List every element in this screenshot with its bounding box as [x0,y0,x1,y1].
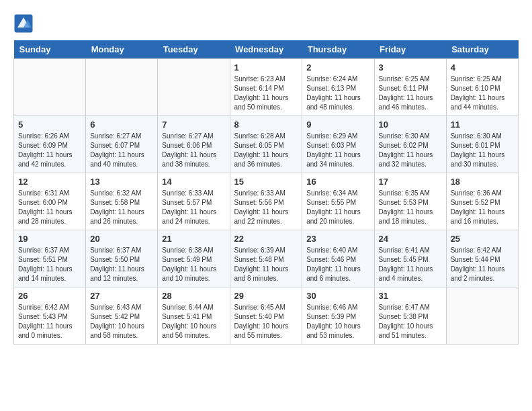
header-row: SundayMondayTuesdayWednesdayThursdayFrid… [14,40,519,59]
logo [13,13,35,34]
page-header [13,13,519,34]
day-number: 19 [18,234,81,244]
day-cell: 28Sunrise: 6:44 AM Sunset: 5:41 PM Dayli… [158,287,230,345]
day-info: Sunrise: 6:33 AM Sunset: 5:56 PM Dayligh… [234,189,298,226]
day-info: Sunrise: 6:47 AM Sunset: 5:38 PM Dayligh… [379,303,442,340]
day-info: Sunrise: 6:37 AM Sunset: 5:51 PM Dayligh… [18,246,81,283]
day-info: Sunrise: 6:25 AM Sunset: 6:10 PM Dayligh… [451,75,514,112]
week-row-2: 5Sunrise: 6:26 AM Sunset: 6:09 PM Daylig… [14,116,519,173]
day-number: 15 [234,177,298,187]
day-info: Sunrise: 6:32 AM Sunset: 5:58 PM Dayligh… [90,189,153,226]
day-number: 1 [234,62,298,73]
day-info: Sunrise: 6:25 AM Sunset: 6:11 PM Dayligh… [379,75,442,112]
day-info: Sunrise: 6:42 AM Sunset: 5:44 PM Dayligh… [451,246,514,283]
day-cell: 11Sunrise: 6:30 AM Sunset: 6:01 PM Dayli… [446,116,518,173]
column-header-tuesday: Tuesday [158,40,230,59]
day-cell: 16Sunrise: 6:34 AM Sunset: 5:55 PM Dayli… [302,173,374,230]
week-row-5: 26Sunrise: 6:42 AM Sunset: 5:43 PM Dayli… [14,287,519,345]
day-info: Sunrise: 6:45 AM Sunset: 5:40 PM Dayligh… [234,303,298,340]
day-number: 26 [18,291,81,301]
day-cell: 4Sunrise: 6:25 AM Sunset: 6:10 PM Daylig… [446,59,518,116]
day-info: Sunrise: 6:24 AM Sunset: 6:13 PM Dayligh… [306,75,369,112]
day-cell: 1Sunrise: 6:23 AM Sunset: 6:14 PM Daylig… [230,59,302,116]
day-cell: 23Sunrise: 6:40 AM Sunset: 5:46 PM Dayli… [302,230,374,287]
day-cell: 8Sunrise: 6:28 AM Sunset: 6:05 PM Daylig… [230,116,302,173]
day-cell: 27Sunrise: 6:43 AM Sunset: 5:42 PM Dayli… [86,287,158,345]
day-cell: 9Sunrise: 6:29 AM Sunset: 6:03 PM Daylig… [302,116,374,173]
day-cell: 30Sunrise: 6:46 AM Sunset: 5:39 PM Dayli… [302,287,374,345]
day-number: 27 [90,291,153,301]
day-cell: 10Sunrise: 6:30 AM Sunset: 6:02 PM Dayli… [374,116,446,173]
day-info: Sunrise: 6:39 AM Sunset: 5:48 PM Dayligh… [234,246,298,283]
day-cell: 19Sunrise: 6:37 AM Sunset: 5:51 PM Dayli… [14,230,86,287]
calendar-table: SundayMondayTuesdayWednesdayThursdayFrid… [13,40,519,345]
day-number: 24 [379,234,442,244]
day-info: Sunrise: 6:42 AM Sunset: 5:43 PM Dayligh… [18,303,81,340]
day-cell: 2Sunrise: 6:24 AM Sunset: 6:13 PM Daylig… [302,59,374,116]
day-cell [158,59,230,116]
day-cell: 15Sunrise: 6:33 AM Sunset: 5:56 PM Dayli… [230,173,302,230]
day-info: Sunrise: 6:30 AM Sunset: 6:02 PM Dayligh… [379,132,442,169]
day-cell [86,59,158,116]
day-number: 23 [306,234,369,244]
day-number: 8 [234,120,298,130]
day-info: Sunrise: 6:40 AM Sunset: 5:46 PM Dayligh… [306,246,369,283]
day-cell: 31Sunrise: 6:47 AM Sunset: 5:38 PM Dayli… [374,287,446,345]
day-info: Sunrise: 6:23 AM Sunset: 6:14 PM Dayligh… [234,75,298,112]
column-header-friday: Friday [374,40,446,59]
week-row-3: 12Sunrise: 6:31 AM Sunset: 6:00 PM Dayli… [14,173,519,230]
day-cell: 18Sunrise: 6:36 AM Sunset: 5:52 PM Dayli… [446,173,518,230]
day-number: 13 [90,177,153,187]
day-number: 12 [18,177,81,187]
column-header-sunday: Sunday [14,40,86,59]
day-number: 6 [90,120,153,130]
day-cell: 20Sunrise: 6:37 AM Sunset: 5:50 PM Dayli… [86,230,158,287]
day-number: 10 [379,120,442,130]
day-info: Sunrise: 6:27 AM Sunset: 6:06 PM Dayligh… [162,132,225,169]
day-cell: 29Sunrise: 6:45 AM Sunset: 5:40 PM Dayli… [230,287,302,345]
day-info: Sunrise: 6:37 AM Sunset: 5:50 PM Dayligh… [90,246,153,283]
day-cell: 3Sunrise: 6:25 AM Sunset: 6:11 PM Daylig… [374,59,446,116]
day-number: 30 [306,291,369,301]
day-cell: 12Sunrise: 6:31 AM Sunset: 6:00 PM Dayli… [14,173,86,230]
day-number: 11 [451,120,514,130]
day-cell: 7Sunrise: 6:27 AM Sunset: 6:06 PM Daylig… [158,116,230,173]
day-number: 17 [379,177,442,187]
day-cell [14,59,86,116]
day-number: 18 [451,177,514,187]
day-number: 14 [162,177,225,187]
day-number: 4 [451,62,514,73]
day-cell: 25Sunrise: 6:42 AM Sunset: 5:44 PM Dayli… [446,230,518,287]
day-info: Sunrise: 6:26 AM Sunset: 6:09 PM Dayligh… [18,132,81,169]
day-number: 2 [306,62,369,73]
day-cell: 5Sunrise: 6:26 AM Sunset: 6:09 PM Daylig… [14,116,86,173]
day-number: 20 [90,234,153,244]
day-info: Sunrise: 6:38 AM Sunset: 5:49 PM Dayligh… [162,246,225,283]
day-number: 22 [234,234,298,244]
day-cell: 24Sunrise: 6:41 AM Sunset: 5:45 PM Dayli… [374,230,446,287]
day-number: 25 [451,234,514,244]
day-cell: 26Sunrise: 6:42 AM Sunset: 5:43 PM Dayli… [14,287,86,345]
day-number: 9 [306,120,369,130]
day-info: Sunrise: 6:36 AM Sunset: 5:52 PM Dayligh… [451,189,514,226]
column-header-saturday: Saturday [446,40,518,59]
day-info: Sunrise: 6:34 AM Sunset: 5:55 PM Dayligh… [306,189,369,226]
day-info: Sunrise: 6:31 AM Sunset: 6:00 PM Dayligh… [18,189,81,226]
day-cell: 22Sunrise: 6:39 AM Sunset: 5:48 PM Dayli… [230,230,302,287]
day-info: Sunrise: 6:27 AM Sunset: 6:07 PM Dayligh… [90,132,153,169]
day-info: Sunrise: 6:35 AM Sunset: 5:53 PM Dayligh… [379,189,442,226]
day-cell: 21Sunrise: 6:38 AM Sunset: 5:49 PM Dayli… [158,230,230,287]
column-header-wednesday: Wednesday [230,40,302,59]
week-row-4: 19Sunrise: 6:37 AM Sunset: 5:51 PM Dayli… [14,230,519,287]
day-info: Sunrise: 6:44 AM Sunset: 5:41 PM Dayligh… [162,303,225,340]
day-number: 29 [234,291,298,301]
logo-icon [13,13,34,34]
day-number: 31 [379,291,442,301]
day-info: Sunrise: 6:41 AM Sunset: 5:45 PM Dayligh… [379,246,442,283]
column-header-thursday: Thursday [302,40,374,59]
day-cell: 14Sunrise: 6:33 AM Sunset: 5:57 PM Dayli… [158,173,230,230]
day-number: 5 [18,120,81,130]
day-cell: 17Sunrise: 6:35 AM Sunset: 5:53 PM Dayli… [374,173,446,230]
day-number: 28 [162,291,225,301]
day-info: Sunrise: 6:30 AM Sunset: 6:01 PM Dayligh… [451,132,514,169]
